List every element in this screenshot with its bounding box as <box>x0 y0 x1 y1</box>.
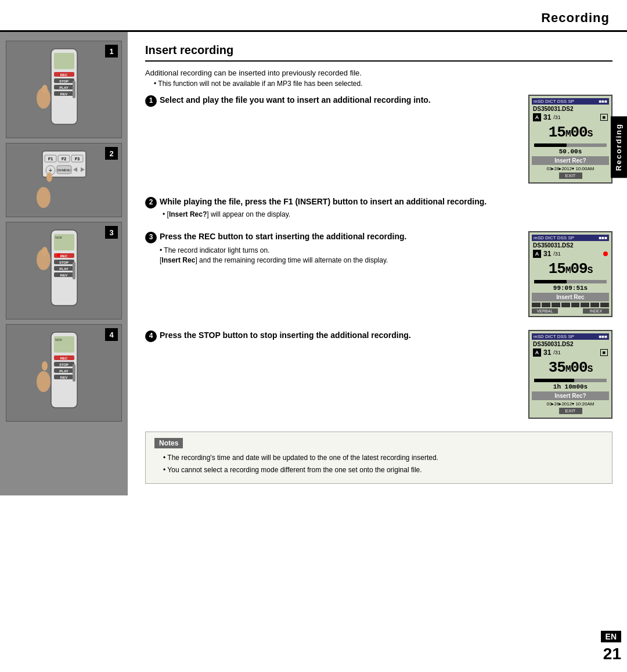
lcd-progress-fill-1 <box>534 143 567 147</box>
svg-text:REC: REC <box>60 254 67 258</box>
step-2-row: 2 While playing the file, press the F1 (… <box>145 196 612 218</box>
device-illustration-4: 4 NEW REC STOP PLAY REV <box>6 324 122 422</box>
step-3-row: 3 Press the REC button to start insertin… <box>145 231 612 317</box>
svg-rect-39 <box>73 262 75 279</box>
lcd-counter-3: A 31 /31 <box>532 250 609 258</box>
step-4-heading: 4 Press the STOP button to stop insertin… <box>145 330 520 342</box>
svg-point-55 <box>37 371 51 392</box>
svg-text:NEW: NEW <box>55 236 62 239</box>
step-badge-3: 3 <box>105 226 118 239</box>
step-1-heading: 1 Select and play the file you want to i… <box>145 95 520 107</box>
lcd-mode-icon-1: A <box>533 113 541 121</box>
step-3-sub: • The record indicator light turns on. [… <box>160 246 520 265</box>
page-title: Recording <box>541 10 610 26</box>
step-4-number: 4 <box>145 330 157 342</box>
notes-item-1: • The recording's time and date will be … <box>163 453 603 463</box>
lcd-screen-4: mSD DICT DSS SP ■■■ DS350031.DS2 A 31 /3… <box>528 330 612 419</box>
svg-text:STOP: STOP <box>59 363 68 366</box>
lcd-bigtime-3: 15M09S <box>532 260 609 278</box>
step-2-subbullet: • [Insert Rec?] will appear on the displ… <box>163 210 612 218</box>
device-illustration-1: 1 REC STOP PLAY REV <box>6 41 122 138</box>
svg-text:REC: REC <box>60 73 67 77</box>
notes-box: Notes • The recording's time and date wi… <box>145 432 612 484</box>
device-svg-3: NEW REC STOP PLAY REV <box>37 227 92 314</box>
notes-item-2: • You cannot select a recording mode dif… <box>163 465 603 475</box>
svg-text:NEW: NEW <box>55 338 62 342</box>
device-illustration-2: 2 F1 F2 F3 + OK/MENU <box>6 143 122 217</box>
bottom-right-block: EN 21 <box>601 631 621 663</box>
lcd-filename-1: DS350031.DS2 <box>532 106 609 112</box>
svg-rect-1 <box>54 53 74 69</box>
lcd-rec-indicator <box>603 251 608 256</box>
svg-text:STOP: STOP <box>59 80 68 83</box>
step-badge-4: 4 <box>105 328 118 341</box>
lcd-smalltime-1: 50.00s <box>532 148 609 155</box>
lcd-verbal-btn: VERBAL <box>532 308 558 314</box>
step-badge-1: 1 <box>105 45 118 58</box>
main-content: 1 REC STOP PLAY REV <box>0 32 627 495</box>
device-svg-4: NEW REC STOP PLAY REV <box>37 329 92 416</box>
section-title: Insert recording <box>145 44 612 62</box>
lcd-progress-4 <box>534 379 607 382</box>
svg-text:REV: REV <box>60 92 67 96</box>
lcd-counter-1: A 31 /31 ■ <box>532 113 609 121</box>
lcd-smalltime-4: 1h 10m00s <box>532 383 609 390</box>
svg-point-27 <box>46 173 52 182</box>
step-2-text: 2 While playing the file, press the F1 (… <box>145 196 612 218</box>
lcd-topbar-4: mSD DICT DSS SP ■■■ <box>532 333 609 340</box>
svg-text:PLAY: PLAY <box>59 86 68 89</box>
lcd-label-1: Insert Rec? <box>532 156 609 165</box>
step-3-text: 3 Press the REC button to start insertin… <box>145 231 520 265</box>
step-2-number: 2 <box>145 197 157 209</box>
intro-bullet: • This function will not be available if… <box>154 80 612 88</box>
step-4-row: 4 Press the STOP button to stop insertin… <box>145 330 612 419</box>
lcd-progress-3 <box>534 280 607 283</box>
lcd-battery-4: ■ <box>600 349 608 356</box>
notes-title: Notes <box>154 438 183 448</box>
lcd-battery-1: ■ <box>600 114 608 121</box>
lcd-exit-btn-4: EXIT <box>559 408 582 414</box>
chapter-tab-label: Recording <box>614 123 623 171</box>
device-svg-2: F1 F2 F3 + OK/MENU <box>37 148 92 212</box>
lcd-label-4: Insert Rec? <box>532 391 609 400</box>
chapter-tab: Recording <box>611 116 627 178</box>
step-2-heading: 2 While playing the file, press the F1 (… <box>145 196 612 209</box>
page-number: 21 <box>601 645 621 663</box>
lcd-progress-1 <box>534 143 607 147</box>
svg-text:PLAY: PLAY <box>59 267 68 271</box>
lcd-topbar-3: mSD DICT DSS SP ■■■ <box>532 235 609 241</box>
svg-point-56 <box>42 361 48 371</box>
lcd-track-3: 31 <box>543 250 551 258</box>
device-illustrations-panel: 1 REC STOP PLAY REV <box>0 32 128 495</box>
svg-text:F2: F2 <box>61 157 66 161</box>
lcd-label-3: Insert Rec <box>532 293 609 301</box>
svg-point-26 <box>37 187 51 208</box>
lcd-tracktotal-1: /31 <box>553 114 561 120</box>
lcd-progress-fill-4 <box>534 379 574 382</box>
lcd-bigtime-1: 15M00S <box>532 124 609 141</box>
lcd-bottom-btns-3: VERBAL INDEX <box>532 308 609 314</box>
lcd-filename-4: DS350031.DS2 <box>532 341 609 347</box>
lcd-track-1: 31 <box>543 113 551 121</box>
step-1-text: 1 Select and play the file you want to i… <box>145 95 520 107</box>
svg-rect-10 <box>73 81 75 98</box>
right-panel: Insert recording Additional recording ca… <box>128 32 627 495</box>
lcd-tracktotal-4: /31 <box>553 350 561 355</box>
step-1-row: 1 Select and play the file you want to i… <box>145 95 612 184</box>
svg-text:OK/MENU: OK/MENU <box>57 168 71 172</box>
lcd-counter-4: A 31 /31 ■ <box>532 348 609 357</box>
lcd-tracktotal-3: /31 <box>553 251 561 257</box>
lcd-mode-icon-3: A <box>533 250 541 258</box>
step-3-number: 3 <box>145 232 157 243</box>
lcd-topbar-1: mSD DICT DSS SP ■■■ <box>532 98 609 105</box>
lcd-date-4: 03▸28▸2012▾ 10:20AM <box>532 401 609 407</box>
lcd-index-btn: INDEX <box>583 308 609 314</box>
svg-point-40 <box>57 253 60 257</box>
device-svg-1: REC STOP PLAY REV <box>37 46 92 133</box>
svg-text:F1: F1 <box>48 157 52 161</box>
svg-text:PLAY: PLAY <box>59 369 68 373</box>
svg-text:REV: REV <box>60 376 67 379</box>
step-badge-2: 2 <box>105 147 118 160</box>
lcd-smalltime-3: 99:09:51s <box>532 285 609 292</box>
lcd-waveform-3 <box>532 303 609 307</box>
